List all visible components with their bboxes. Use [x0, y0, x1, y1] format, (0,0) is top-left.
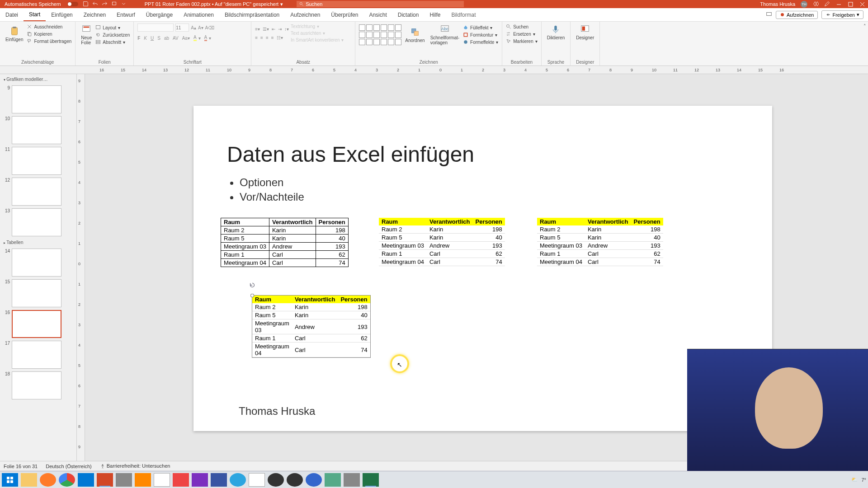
shapes-gallery[interactable]: [359, 24, 401, 45]
task-app7-icon[interactable]: [306, 473, 322, 487]
start-from-beginning-icon[interactable]: [111, 1, 117, 8]
layout-button[interactable]: Layout ▾: [95, 24, 130, 31]
quick-styles-button[interactable]: AbcSchnellformat- vorlagen: [429, 23, 461, 46]
table-yellow-1[interactable]: RaumVerantwortlichPersonenRaum 2Karin198…: [379, 218, 505, 266]
tab-zeichnen[interactable]: Zeichnen: [78, 9, 111, 21]
task-app9-icon[interactable]: [344, 473, 360, 487]
accessibility-indicator[interactable]: Barrierefreiheit: Untersuchen: [100, 463, 170, 469]
task-outlook-icon[interactable]: [78, 473, 94, 487]
rotate-handle-icon[interactable]: [249, 282, 255, 288]
thumbnail-slide-9[interactable]: 9: [2, 85, 75, 113]
section-header-grafiken[interactable]: Grafiken modellier…: [2, 76, 75, 83]
task-vlc-icon[interactable]: [135, 473, 151, 487]
cut-button[interactable]: Ausschneiden: [27, 23, 71, 30]
tab-datei[interactable]: Datei: [0, 9, 24, 21]
shadow-button[interactable]: ab: [164, 35, 169, 41]
thumbnail-slide-16[interactable]: 16: [2, 310, 75, 338]
case-button[interactable]: Aa▾: [182, 35, 190, 41]
arrange-button[interactable]: Anordnen: [403, 26, 426, 44]
language-indicator[interactable]: Deutsch (Österreich): [46, 464, 91, 469]
shape-outline-button[interactable]: Formkontur ▾: [463, 32, 498, 38]
redo-icon[interactable]: [102, 1, 108, 8]
task-app6-icon[interactable]: [287, 473, 303, 487]
indent-inc-button[interactable]: ⇥: [278, 26, 282, 32]
search-box[interactable]: Suchen: [297, 1, 464, 7]
collapse-ribbon-icon[interactable]: ˄: [862, 22, 868, 66]
tab-einfuegen[interactable]: Einfügen: [46, 9, 78, 21]
pen-icon[interactable]: [824, 1, 830, 8]
table-yellow-selected[interactable]: RaumVerantwortlichPersonenRaum 2Karin198…: [252, 296, 370, 357]
slide-title[interactable]: Daten aus Excel einfügen: [227, 142, 474, 167]
thumbnail-slide-14[interactable]: 14: [2, 249, 75, 277]
minimize-button[interactable]: [835, 1, 842, 7]
align-justify-button[interactable]: ≡: [271, 35, 274, 41]
task-chrome-icon[interactable]: [59, 473, 75, 487]
task-app2-icon[interactable]: [154, 473, 170, 487]
qat-dropdown-icon[interactable]: [121, 1, 127, 8]
new-slide-button[interactable]: Neue Folie: [79, 23, 94, 46]
thumbnail-slide-13[interactable]: 13: [2, 208, 75, 236]
task-visio-icon[interactable]: [211, 473, 227, 487]
task-app3-icon[interactable]: [173, 473, 189, 487]
paste-button[interactable]: Einfügen: [4, 25, 25, 43]
bullets-button[interactable]: ≡▾: [255, 26, 260, 32]
smartart-button[interactable]: In SmartArt konvertieren ▾: [291, 37, 344, 43]
find-button[interactable]: Suchen: [506, 23, 537, 30]
task-app5-icon[interactable]: [268, 473, 284, 487]
underline-button[interactable]: U: [151, 35, 154, 41]
thumbnail-slide-12[interactable]: 12: [2, 178, 75, 206]
clear-format-icon[interactable]: A⌫: [205, 25, 215, 31]
tab-animationen[interactable]: Animationen: [178, 9, 219, 21]
thumbnail-slide-11[interactable]: 11: [2, 147, 75, 175]
autosave-toggle[interactable]: [67, 2, 78, 6]
tab-bildformat[interactable]: Bildformat: [446, 9, 481, 21]
task-powerpoint-icon[interactable]: [97, 473, 113, 487]
ribbon-display-icon[interactable]: [766, 11, 772, 19]
shape-fill-button[interactable]: Fülleffekt ▾: [463, 24, 498, 31]
line-spacing-button[interactable]: ↕▾: [284, 26, 289, 32]
align-left-button[interactable]: ≡: [255, 35, 258, 41]
text-align-button[interactable]: Text ausrichten ▾: [291, 30, 344, 36]
task-app4-icon[interactable]: [249, 473, 265, 487]
thumbnail-slide-17[interactable]: 17: [2, 341, 75, 369]
author-text[interactable]: Thomas Hruska: [239, 405, 315, 418]
table-plain[interactable]: RaumVerantwortlichPersonenRaum 2Karin198…: [221, 218, 349, 267]
designer-button[interactable]: Designer: [574, 23, 596, 41]
shape-effects-button[interactable]: Formeffekte ▾: [463, 39, 498, 45]
indent-dec-button[interactable]: ⇤: [272, 26, 275, 32]
tab-ueberpruefen[interactable]: Überprüfen: [326, 9, 363, 21]
text-direction-button[interactable]: Textrichtung ▾: [291, 23, 344, 29]
spacing-button[interactable]: AV: [173, 35, 179, 41]
task-excel-icon[interactable]: [363, 473, 379, 487]
align-center-button[interactable]: ≡: [260, 35, 263, 41]
weather-temp[interactable]: 7°: [861, 477, 866, 483]
numbering-button[interactable]: ☰▾: [263, 26, 269, 32]
tab-bildschirmpraesentation[interactable]: Bildschirmpräsentation: [219, 9, 285, 21]
font-color-button[interactable]: A▾: [204, 34, 212, 42]
avatar[interactable]: TH: [801, 1, 807, 8]
table-yellow-2[interactable]: RaumVerantwortlichPersonenRaum 2Karin198…: [537, 218, 663, 266]
select-button[interactable]: Markieren ▾: [506, 38, 537, 44]
task-telegram-icon[interactable]: [230, 473, 246, 487]
undo-icon[interactable]: [92, 1, 98, 8]
reset-button[interactable]: Zurücksetzen: [95, 32, 130, 38]
save-icon[interactable]: [83, 1, 89, 8]
task-firefox-icon[interactable]: [40, 473, 56, 487]
highlight-button[interactable]: A▾: [193, 34, 201, 42]
tab-uebergaenge[interactable]: Übergänge: [141, 9, 178, 21]
record-button[interactable]: Aufzeichnen: [776, 11, 818, 19]
thumbnail-slide-15[interactable]: 15: [2, 279, 75, 307]
font-size-input[interactable]: [175, 23, 189, 32]
weather-icon[interactable]: ⛅: [851, 477, 858, 483]
decrease-font-icon[interactable]: A▾: [198, 25, 203, 31]
section-header-tabellen[interactable]: Tabellen: [2, 239, 75, 246]
close-button[interactable]: [859, 1, 865, 7]
tab-hilfe[interactable]: Hilfe: [424, 9, 446, 21]
thumbnail-slide-18[interactable]: 18: [2, 371, 75, 399]
tab-aufzeichnen[interactable]: Aufzeichnen: [285, 9, 326, 21]
maximize-button[interactable]: [847, 1, 854, 7]
dictate-button[interactable]: Diktieren: [545, 23, 566, 41]
coming-soon-icon[interactable]: [813, 1, 819, 8]
copy-button[interactable]: Kopieren: [27, 31, 71, 37]
columns-button[interactable]: ☷▾: [277, 35, 283, 41]
